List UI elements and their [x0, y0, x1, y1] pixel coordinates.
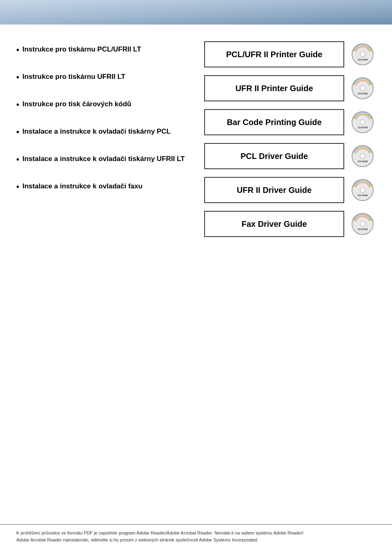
svg-point-7 — [360, 120, 365, 125]
svg-text:CD-ROM: CD-ROM — [357, 126, 368, 129]
guide-2-cdrom-icon: CD-ROM — [349, 75, 376, 101]
guide-4-box[interactable]: PCL Driver Guide — [204, 143, 344, 169]
guide-6-cdrom-icon: CD-ROM — [349, 210, 376, 237]
guide-6-box[interactable]: Fax Driver Guide — [204, 211, 344, 237]
main-content: Instrukce pro tiskárnu PCL/UFRII LTInstr… — [0, 25, 392, 524]
guide-5-cdrom-icon: CD-ROM — [349, 177, 376, 203]
item-5: Instalace a instrukce k ovladači tiskárn… — [16, 154, 196, 165]
guide-3-row[interactable]: Bar Code Printing GuideCD-ROM — [204, 109, 376, 135]
item-4: Instalace a instrukce k ovladači tiskárn… — [16, 127, 196, 137]
guide-4-row[interactable]: PCL Driver GuideCD-ROM — [204, 143, 376, 169]
svg-text:CD-ROM: CD-ROM — [357, 92, 368, 95]
guide-4-cdrom-icon: CD-ROM — [349, 143, 376, 169]
svg-point-13 — [360, 188, 365, 192]
guide-1-cdrom-icon: CD-ROM — [349, 41, 376, 67]
right-column: PCL/UFR II Printer GuideCD-ROMUFR II Pri… — [204, 41, 376, 516]
left-column: Instrukce pro tiskárnu PCL/UFRII LTInstr… — [16, 41, 204, 516]
guide-1-row[interactable]: PCL/UFR II Printer GuideCD-ROM — [204, 41, 376, 67]
item-3: Instrukce pro tisk čárových kódů — [16, 100, 196, 110]
guide-2-box[interactable]: UFR II Printer Guide — [204, 75, 344, 101]
guide-3-cdrom-icon: CD-ROM — [349, 109, 376, 135]
svg-point-16 — [360, 221, 365, 226]
svg-text:CD-ROM: CD-ROM — [357, 228, 368, 230]
svg-text:CD-ROM: CD-ROM — [357, 194, 368, 197]
guide-3-box[interactable]: Bar Code Printing Guide — [204, 109, 344, 135]
guide-5-box[interactable]: UFR II Driver Guide — [204, 177, 344, 203]
footer: K prohlížení průvodce ve formátu PDF je … — [0, 524, 392, 548]
top-banner — [0, 0, 392, 25]
svg-point-4 — [360, 86, 365, 91]
guide-5-row[interactable]: UFR II Driver GuideCD-ROM — [204, 177, 376, 203]
guide-2-row[interactable]: UFR II Printer GuideCD-ROM — [204, 75, 376, 101]
svg-point-10 — [360, 154, 365, 159]
item-6: Instalace a instrukce k ovladači faxu — [16, 182, 196, 192]
item-2: Instrukce pro tiskárnu UFRII LT — [16, 72, 196, 83]
svg-point-1 — [360, 52, 365, 57]
item-1: Instrukce pro tiskárnu PCL/UFRII LT — [16, 45, 196, 55]
footer-line2: Adobe Acrobat Reader nainstalován, stáhn… — [16, 537, 258, 542]
svg-text:CD-ROM: CD-ROM — [357, 58, 368, 61]
svg-text:CD-ROM: CD-ROM — [357, 160, 368, 163]
guide-6-row[interactable]: Fax Driver GuideCD-ROM — [204, 210, 376, 237]
footer-line1: K prohlížení průvodce ve formátu PDF je … — [16, 530, 303, 535]
guide-1-box[interactable]: PCL/UFR II Printer Guide — [204, 41, 344, 67]
page-wrapper: Instrukce pro tiskárnu PCL/UFRII LTInstr… — [0, 0, 392, 548]
